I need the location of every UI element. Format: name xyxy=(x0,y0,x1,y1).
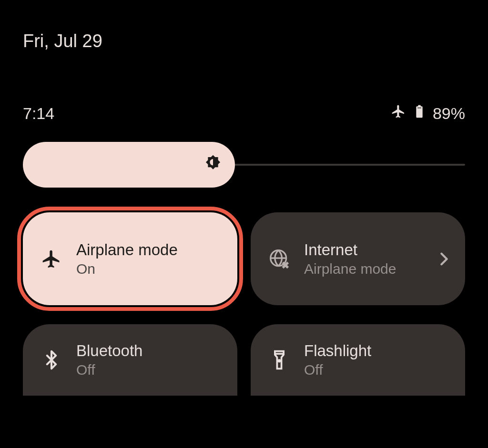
globe-x-icon xyxy=(268,248,291,270)
tile-title: Airplane mode xyxy=(76,241,178,259)
airplane-icon xyxy=(391,104,406,123)
quick-settings-tiles-row-1: Airplane mode On Internet Airplane mode xyxy=(0,188,488,305)
tile-title: Internet xyxy=(304,241,396,259)
brightness-slider-container xyxy=(0,123,488,188)
tile-title: Flashlight xyxy=(304,342,371,360)
airplane-mode-tile[interactable]: Airplane mode On xyxy=(23,212,237,305)
battery-percent: 89% xyxy=(433,104,465,123)
flashlight-icon xyxy=(268,348,291,371)
bluetooth-icon xyxy=(40,348,63,371)
status-icons: 89% xyxy=(391,104,465,123)
status-time: 7:14 xyxy=(23,104,54,123)
internet-tile[interactable]: Internet Airplane mode xyxy=(251,212,465,305)
svg-point-5 xyxy=(278,360,280,362)
brightness-track xyxy=(222,164,465,166)
battery-icon xyxy=(412,104,427,123)
flashlight-tile[interactable]: Flashlight Off xyxy=(251,324,465,396)
date-header: Fri, Jul 29 xyxy=(0,0,488,51)
tile-text: Bluetooth Off xyxy=(76,342,142,378)
airplane-icon xyxy=(40,248,63,270)
status-bar: 7:14 89% xyxy=(0,51,488,123)
tile-text: Airplane mode On xyxy=(76,241,178,277)
tile-subtitle: Off xyxy=(304,362,371,378)
tile-text: Flashlight Off xyxy=(304,342,371,378)
tile-text: Internet Airplane mode xyxy=(304,241,396,277)
bluetooth-tile[interactable]: Bluetooth Off xyxy=(23,324,237,396)
tile-title: Bluetooth xyxy=(76,342,142,360)
brightness-slider[interactable] xyxy=(23,142,465,188)
tile-subtitle: On xyxy=(76,261,178,277)
chevron-right-icon xyxy=(438,253,450,265)
quick-settings-tiles-row-2: Bluetooth Off Flashlight Off xyxy=(0,305,488,396)
brightness-icon xyxy=(203,153,224,176)
tile-subtitle: Off xyxy=(76,362,142,378)
brightness-fill xyxy=(23,142,235,188)
tile-subtitle: Airplane mode xyxy=(304,261,396,277)
